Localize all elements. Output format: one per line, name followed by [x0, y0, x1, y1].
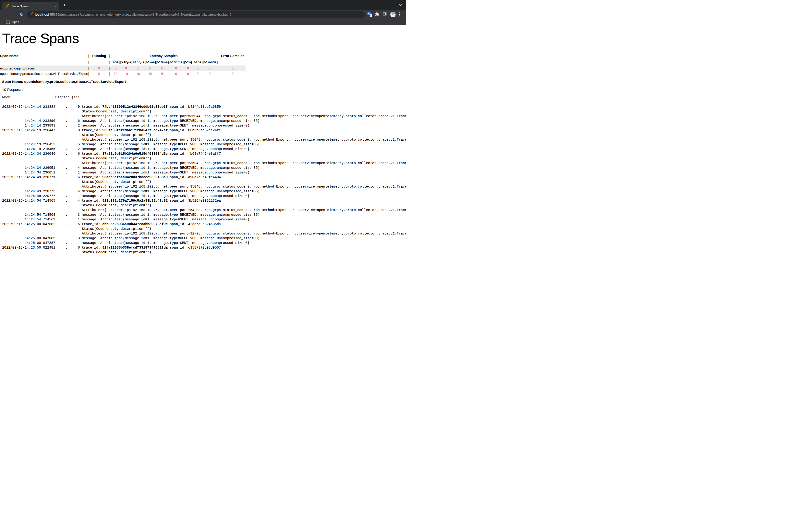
- toolbar-actions: G 文: [367, 12, 401, 17]
- forward-button[interactable]: →: [10, 12, 18, 17]
- column-separator: |: [216, 65, 220, 71]
- tab-close-icon[interactable]: ×: [53, 4, 57, 8]
- profile-avatar[interactable]: [390, 12, 396, 17]
- latency-bucket-label: [>100µs]: [132, 59, 145, 65]
- selected-span-name-line: Span Name: opentelemetry.proto.collector…: [2, 79, 406, 84]
- span-name-cell: exporter/logging/traces: [0, 65, 88, 71]
- back-button[interactable]: ←: [3, 12, 10, 17]
- latency-bucket-header-row: ||[>0s][>10µs][>100µs][>1ms][>10ms][>100…: [0, 59, 246, 65]
- request-count-line: 10 Requests: [2, 88, 406, 92]
- column-separator: |: [88, 65, 90, 71]
- column-separator: |: [88, 71, 90, 76]
- latency-bucket-label: [>1s]: [184, 59, 192, 65]
- requests-log: When Elapsed (sec) ---------------------…: [2, 95, 406, 253]
- summary-header-row: Span Name | Running | Latency Samples | …: [0, 53, 246, 59]
- error-sample-count-link[interactable]: 0: [232, 66, 234, 70]
- new-tab-button[interactable]: +: [63, 2, 66, 8]
- latency-sample-count-link[interactable]: 0: [175, 72, 177, 75]
- col-header-error-samples: Error Samples: [220, 53, 246, 59]
- side-panel-icon[interactable]: [383, 12, 387, 17]
- latency-sample-count-link[interactable]: 0: [197, 72, 199, 75]
- span-name-cell: opentelemetry.proto.collector.trace.v1.T…: [0, 71, 88, 76]
- url-text: localhost:55679/debug/tracez?zspanname=o…: [35, 13, 232, 16]
- column-separator: |: [109, 65, 111, 71]
- running-count-link[interactable]: 0: [98, 66, 100, 70]
- extensions-puzzle-icon[interactable]: [375, 12, 379, 17]
- column-separator: |: [88, 59, 90, 65]
- column-separator: |: [216, 53, 220, 59]
- column-separator: |: [216, 71, 220, 76]
- tab-strip: Trace Spans × +: [0, 0, 406, 10]
- latency-bucket-label: [>1ms]: [145, 59, 156, 65]
- latency-sample-count-link[interactable]: 1: [137, 66, 139, 70]
- opentelemetry-favicon-icon: [30, 12, 33, 17]
- latency-sample-count-link[interactable]: 0: [115, 66, 116, 70]
- latency-bucket-label: [>10s]: [192, 59, 203, 65]
- page-title: Trace Spans: [2, 31, 406, 46]
- latency-sample-count-link[interactable]: 10: [114, 72, 117, 75]
- browser-toolbar: ← → ↻ localhost:55679/debug/tracez?zspan…: [0, 10, 406, 18]
- latency-bucket-label: [>10µs]: [120, 59, 132, 65]
- latency-sample-count-link[interactable]: 10: [124, 72, 128, 75]
- opentelemetry-favicon-icon: [6, 4, 9, 8]
- col-header-span-name: Span Name: [0, 53, 88, 59]
- latency-sample-count-link[interactable]: 10: [136, 72, 140, 75]
- translate-extension-icon[interactable]: G 文: [367, 12, 372, 17]
- latency-bucket-label: [>10ms]: [156, 59, 169, 65]
- browser-window: { "browser": { "tab_title": "Trace Spans…: [0, 0, 406, 253]
- apps-grid-icon: [6, 20, 10, 24]
- trace-id-value: 93abb5afcaa0428d37bccee9366188a9: [102, 175, 167, 179]
- column-separator: |: [109, 71, 111, 76]
- span-summary-row: exporter/logging/traces|0|001000000|0: [0, 65, 246, 71]
- running-count-link[interactable]: 0: [98, 72, 100, 75]
- col-header-running: Running: [90, 53, 109, 59]
- trace-id-value: 513b3f1c276a7159c5a2a33b88b4fc82: [102, 199, 167, 203]
- browser-menu-icon[interactable]: [399, 12, 401, 17]
- address-bar[interactable]: localhost:55679/debug/tracez?zspanname=o…: [27, 11, 365, 18]
- trace-id-value: 74be418390512c42346cddb02e38bb3f: [102, 105, 167, 109]
- latency-sample-count-link[interactable]: 0: [175, 66, 177, 70]
- latency-bucket-label: [>100ms]: [169, 59, 184, 65]
- bookmarks-bar: Apps: [0, 18, 406, 25]
- column-separator: |: [109, 53, 111, 59]
- trace-id-value: 37a81c9b615b204a6e515df533004d5c: [102, 152, 167, 156]
- latency-sample-count-link[interactable]: 0: [161, 66, 163, 70]
- bookmark-apps[interactable]: Apps: [12, 20, 19, 24]
- latency-sample-count-link[interactable]: 0: [125, 66, 127, 70]
- url-path: :55679/debug/tracez?zspanname=openteleme…: [49, 13, 232, 16]
- latency-sample-count-link[interactable]: 10: [148, 72, 152, 75]
- url-host: localhost: [35, 13, 49, 16]
- latency-sample-count-link[interactable]: 0: [187, 72, 189, 75]
- latency-sample-count-link[interactable]: 0: [209, 66, 210, 70]
- col-header-latency-samples: Latency Samples: [111, 53, 216, 59]
- trace-id-value: dbb35e25936a90b4472cabb89073af9e: [102, 222, 167, 226]
- trace-id-value: 936fa38fcfed661712ba547f5ed747cf: [102, 128, 167, 132]
- tab-search-chevron-icon[interactable]: [399, 3, 402, 6]
- span-summary-row: opentelemetry.proto.collector.trace.v1.T…: [0, 71, 246, 76]
- reload-button[interactable]: ↻: [18, 12, 26, 17]
- span-summary-table: Span Name | Running | Latency Samples | …: [0, 53, 246, 76]
- latency-sample-count-link[interactable]: 0: [197, 66, 199, 70]
- latency-bucket-label: [>0s]: [111, 59, 120, 65]
- latency-sample-count-link[interactable]: 0: [209, 72, 210, 75]
- error-sample-count-link[interactable]: 0: [232, 72, 234, 75]
- browser-tab[interactable]: Trace Spans ×: [2, 2, 59, 10]
- latency-sample-count-link[interactable]: 0: [149, 66, 151, 70]
- latency-sample-count-link[interactable]: 5: [161, 72, 163, 75]
- latency-sample-count-link[interactable]: 0: [187, 66, 189, 70]
- column-separator: |: [109, 59, 111, 65]
- column-separator: |: [88, 53, 90, 59]
- trace-id-value: 82fa11055b338efcd733187347651fda: [102, 246, 167, 249]
- tracez-page: Trace Spans Span Name | Running | Latenc…: [0, 31, 406, 253]
- tab-title: Trace Spans: [11, 4, 51, 8]
- latency-bucket-label: [>1m40s]: [203, 59, 216, 65]
